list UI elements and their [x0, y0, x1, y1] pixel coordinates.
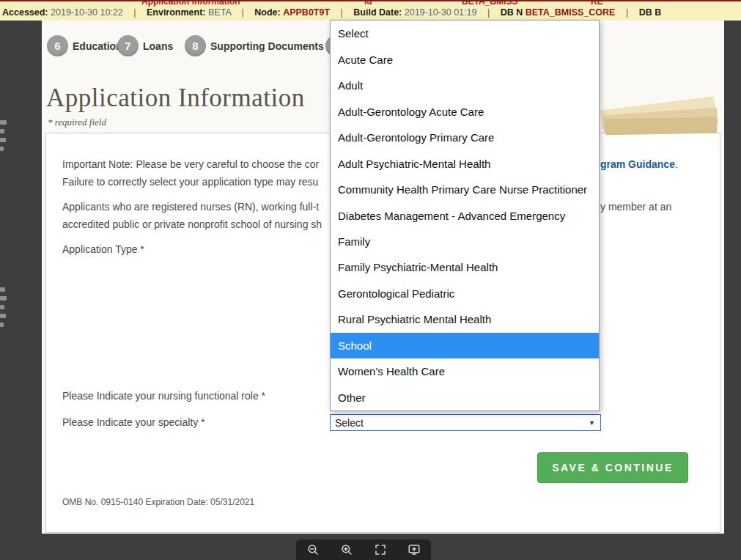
- clipped-sidebar-fragments: [0, 283, 9, 327]
- clipped-text-fragment: [0, 147, 4, 151]
- dropdown-option[interactable]: Adult Psychiatric-Mental Health: [331, 150, 599, 176]
- page-title: Application Information: [46, 84, 305, 113]
- step-8-circle[interactable]: 8: [185, 35, 206, 56]
- viewer-right-frame: [724, 21, 741, 534]
- specialty-select[interactable]: Select ▼: [330, 414, 601, 431]
- step-6-number: 6: [54, 40, 60, 52]
- environment-banner: Application Information lu BETA_BMISS RE…: [0, 0, 741, 21]
- clipped-text-fragment: [0, 138, 6, 142]
- dropdown-option[interactable]: Acute Care: [331, 46, 599, 72]
- dropdown-option[interactable]: Women's Health Care: [331, 358, 599, 384]
- clipped-text-fragment: [0, 120, 7, 125]
- applicants-line2: accredited public or private nonprofit s…: [62, 218, 322, 230]
- build-date-value: 2019-10-30 01:19: [405, 7, 477, 18]
- clipped-text-fragment: [0, 305, 4, 309]
- separator: |: [341, 7, 343, 18]
- viewer-toolbar: [296, 539, 431, 560]
- dropdown-option[interactable]: Family: [331, 229, 599, 254]
- specialty-label: Please Indicate your specialty *: [62, 416, 205, 428]
- dropdown-option[interactable]: Diabetes Management - Advanced Emergency: [331, 202, 599, 228]
- build-date-label: Build Date:: [353, 7, 402, 18]
- clipped-text-fragment: [0, 287, 5, 292]
- specialty-select-value: Select: [331, 417, 589, 429]
- db-build-label: DB B: [639, 7, 662, 18]
- dropdown-option[interactable]: Select: [331, 21, 599, 46]
- clipped-text-fragment: BETA_BMISS: [462, 0, 517, 7]
- db-name-value: BETA_BMISS_CORE: [526, 7, 616, 18]
- environment-label: Environment:: [147, 7, 206, 18]
- required-field-note: * required field: [48, 117, 106, 128]
- viewer-left-frame: [0, 21, 42, 534]
- applicants-line1: Applicants who are registered nurses (RN…: [62, 201, 319, 213]
- sentence-period: .: [675, 158, 678, 170]
- step-6-label: Education: [73, 40, 122, 52]
- step-7-loans[interactable]: 7 Loans: [117, 35, 173, 56]
- zoom-in-icon[interactable]: [339, 542, 355, 558]
- dropdown-option[interactable]: Adult-Gerontology Acute Care: [331, 98, 599, 124]
- step-6-education[interactable]: 6 Education: [47, 35, 122, 56]
- clipped-text-fragment: Application Information: [141, 0, 240, 7]
- dropdown-option[interactable]: Family Psychiatric-Mental Health: [331, 254, 599, 280]
- dropdown-option[interactable]: Rural Psychiatric Mental Health: [331, 306, 599, 332]
- dropdown-option[interactable]: Community Health Primary Care Nurse Prac…: [331, 177, 599, 202]
- separator: |: [626, 7, 628, 18]
- separator: |: [133, 7, 136, 18]
- step-8-number: 8: [192, 40, 198, 52]
- step-7-circle[interactable]: 7: [117, 35, 139, 56]
- environment-info-bar: Accessed: 2019-10-30 10:22 | Environment…: [2, 7, 741, 18]
- fit-to-screen-icon[interactable]: [406, 542, 422, 558]
- clipped-banner-row: Application Information lu BETA_BMISS RE: [0, 0, 741, 7]
- clipped-sidebar-fragments: [0, 116, 9, 151]
- dropdown-option[interactable]: Adult-Gerontology Primary Care: [331, 125, 599, 150]
- screenshot-viewer: Application Information lu BETA_BMISS RE…: [0, 0, 741, 560]
- clipped-text-fragment: [0, 296, 7, 301]
- dropdown-option[interactable]: Other: [331, 385, 599, 410]
- paper-sheet: [605, 117, 717, 136]
- clipped-text-fragment: [0, 314, 6, 318]
- db-name-label: DB N: [501, 7, 523, 18]
- dropdown-option-highlighted[interactable]: School: [331, 333, 599, 358]
- specialty-dropdown-list: Select Acute Care Adult Adult-Gerontolog…: [330, 20, 600, 411]
- accessed-label: Accessed:: [2, 7, 48, 18]
- program-guidance-link[interactable]: gram Guidance: [600, 158, 675, 170]
- clipped-text-fragment: [0, 323, 4, 327]
- node-label: Node:: [254, 7, 280, 18]
- important-note-line1: Important Note: Please be very careful t…: [62, 158, 319, 170]
- clipped-text-fragment: lu: [364, 0, 372, 7]
- important-note-line1-right: gram Guidance.: [600, 158, 678, 170]
- separator: |: [242, 7, 244, 18]
- zoom-out-icon[interactable]: [305, 542, 321, 558]
- step-6-circle[interactable]: 6: [47, 35, 68, 56]
- applicants-line1-right: y member at an: [600, 201, 671, 213]
- functional-role-label: Please Indicate your nursing functional …: [62, 390, 265, 402]
- accessed-value: 2019-10-30 10:22: [51, 7, 123, 18]
- dropdown-option[interactable]: Gerontological Pediatric: [331, 281, 599, 306]
- application-type-label: Application Type *: [62, 243, 144, 255]
- dropdown-option[interactable]: Adult: [331, 73, 599, 98]
- fullscreen-icon[interactable]: [372, 542, 388, 558]
- step-8-supporting-documents[interactable]: 8 Supporting Documents: [185, 35, 324, 56]
- dropdown-arrow-icon: ▼: [589, 419, 600, 427]
- clipped-text-fragment: [0, 129, 4, 133]
- omb-note: OMB No. 0915-0140 Expiration Date: 05/31…: [62, 497, 254, 507]
- step-7-number: 7: [125, 40, 130, 52]
- important-note-line2: Failure to correctly select your applica…: [62, 176, 318, 188]
- paper-stack-graphic: [600, 94, 720, 139]
- step-7-label: Loans: [143, 40, 173, 52]
- separator: |: [487, 7, 490, 18]
- clipped-text-fragment: RE: [591, 0, 603, 7]
- step-8-label: Supporting Documents: [210, 40, 324, 52]
- environment-value: BETA: [208, 7, 231, 18]
- node-value: APPB0T9T: [283, 7, 330, 18]
- save-continue-button[interactable]: SAVE & CONTINUE: [537, 452, 688, 483]
